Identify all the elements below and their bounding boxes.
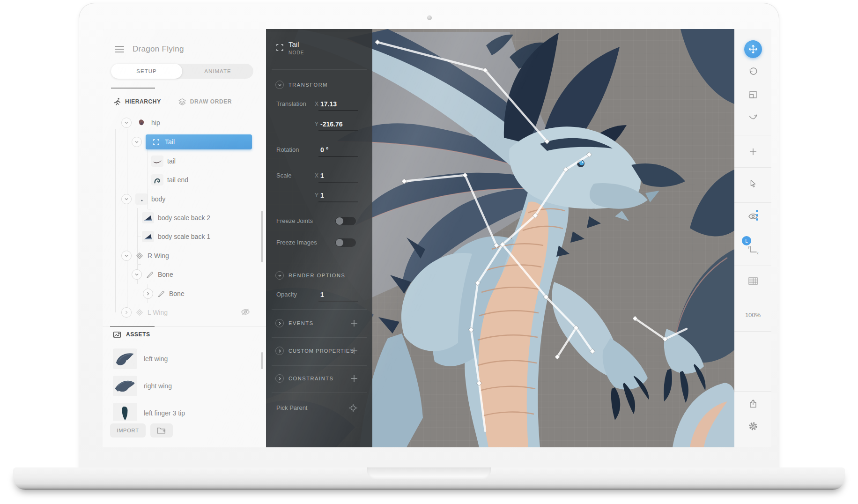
grid-button[interactable] bbox=[734, 275, 771, 287]
scale-y-input[interactable]: 1 bbox=[320, 190, 324, 201]
svg-text:x: x bbox=[757, 252, 759, 255]
left-wing-asset-thumbnail bbox=[113, 348, 137, 369]
tree-row-tail[interactable]: tail bbox=[103, 152, 266, 170]
divider bbox=[272, 337, 367, 338]
panel-tabs: HIERARCHY DRAW ORDER bbox=[113, 96, 232, 107]
assets-scrollbar[interactable] bbox=[261, 352, 263, 369]
export-share-button[interactable] bbox=[734, 398, 771, 409]
tail-end-thumbnail bbox=[151, 174, 163, 185]
body-thumbnail bbox=[135, 193, 148, 205]
local-axes-badge: L bbox=[742, 236, 751, 245]
tab-animate[interactable]: ANIMATE bbox=[182, 64, 253, 79]
laptop-base bbox=[13, 467, 845, 490]
pick-parent-target-icon[interactable] bbox=[348, 403, 358, 415]
tree-row-hip[interactable]: hip bbox=[103, 113, 266, 132]
render-options-section-header[interactable]: RENDER OPTIONS bbox=[275, 270, 345, 281]
hierarchy-scrollbar[interactable] bbox=[261, 211, 263, 262]
translation-y-row: Y -216.76 bbox=[276, 119, 359, 130]
scale-x-input[interactable]: 1 bbox=[320, 170, 324, 181]
tree-label: tail end bbox=[167, 176, 188, 184]
tree-row-body-scale-back-2[interactable]: body scale back 2 bbox=[103, 208, 266, 227]
import-button[interactable]: IMPORT bbox=[110, 423, 146, 437]
toolbar-divider bbox=[734, 167, 771, 168]
hip-thumbnail bbox=[135, 117, 148, 128]
visibility-off-icon[interactable] bbox=[240, 307, 251, 319]
add-custom-property-button[interactable] bbox=[350, 347, 353, 356]
chevron-down-icon[interactable] bbox=[121, 118, 132, 128]
zoom-level[interactable]: 100% bbox=[734, 309, 771, 320]
tree-row-r-wing[interactable]: R Wing bbox=[103, 246, 266, 265]
shear-tool-button[interactable] bbox=[734, 111, 771, 123]
scale-x-row: Scale X 1 bbox=[276, 170, 359, 181]
freeze-images-toggle[interactable] bbox=[335, 238, 356, 247]
chevron-down-icon bbox=[275, 271, 284, 280]
assets-header: ASSETS bbox=[113, 329, 150, 340]
tree-label: Tail bbox=[165, 138, 175, 146]
input-underline bbox=[318, 130, 358, 131]
pick-parent-row: Pick Parent bbox=[276, 402, 359, 414]
menu-icon[interactable] bbox=[115, 46, 124, 52]
toolbar-divider bbox=[734, 233, 771, 233]
tree-row-bone-2[interactable]: Bone bbox=[103, 284, 266, 303]
tree-row-tail-selected[interactable]: Tail bbox=[103, 133, 266, 151]
asset-row-right-wing[interactable]: right wing bbox=[113, 376, 263, 396]
tab-setup[interactable]: SETUP bbox=[111, 64, 182, 79]
chevron-down-icon[interactable] bbox=[121, 194, 132, 204]
translation-y-input[interactable]: -216.76 bbox=[320, 119, 342, 130]
scale-tool-button[interactable] bbox=[734, 89, 771, 100]
chevron-down-icon[interactable] bbox=[121, 251, 132, 261]
chevron-down-icon[interactable] bbox=[132, 269, 142, 280]
select-cursor-button[interactable] bbox=[734, 178, 771, 189]
add-tool-button[interactable] bbox=[734, 146, 771, 157]
project-title: Dragon Flying bbox=[133, 44, 184, 54]
axis-x-label: X bbox=[315, 98, 318, 110]
new-folder-button[interactable] bbox=[150, 423, 173, 437]
asset-row-left-wing[interactable]: left wing bbox=[113, 348, 263, 369]
tree-label: body scale back 2 bbox=[158, 214, 210, 222]
field-label: Freeze Images bbox=[276, 239, 317, 246]
opacity-input[interactable]: 1 bbox=[320, 289, 324, 300]
fin-thumbnail bbox=[142, 231, 154, 242]
tree-row-tail-end[interactable]: tail end bbox=[103, 170, 266, 189]
field-label: Pick Parent bbox=[276, 404, 307, 411]
local-axes-button[interactable]: y x L bbox=[734, 243, 771, 256]
tree-row-body-scale-back-1[interactable]: body scale back 1 bbox=[103, 227, 266, 246]
opacity-row: Opacity 1 bbox=[276, 289, 359, 300]
selected-row-highlight[interactable]: Tail bbox=[146, 134, 252, 149]
asset-label: left finger 3 tip bbox=[144, 409, 185, 417]
translation-x-input[interactable]: 17.13 bbox=[320, 98, 337, 110]
node-icon bbox=[276, 44, 283, 53]
tab-hierarchy[interactable]: HIERARCHY bbox=[113, 97, 161, 106]
toolbar-divider bbox=[734, 331, 771, 332]
tab-draw-order[interactable]: DRAW ORDER bbox=[178, 97, 232, 106]
tree-label: hip bbox=[151, 119, 160, 126]
visibility-button[interactable] bbox=[734, 211, 771, 222]
tree-row-l-wing[interactable]: L Wing bbox=[103, 303, 266, 322]
freeze-joints-toggle[interactable] bbox=[335, 217, 356, 225]
node-icon bbox=[152, 138, 160, 146]
tree-row-bone-1[interactable]: Bone bbox=[103, 265, 266, 284]
events-section-header[interactable]: EVENTS bbox=[275, 318, 359, 329]
rotation-input[interactable]: 0 ° bbox=[320, 144, 328, 156]
bone-icon bbox=[157, 289, 165, 298]
axis-x-label: X bbox=[315, 170, 318, 181]
undo-button[interactable] bbox=[734, 67, 771, 78]
transform-section-header[interactable]: TRANSFORM bbox=[275, 79, 328, 90]
divider-accent bbox=[110, 326, 155, 327]
add-event-button[interactable] bbox=[350, 319, 358, 329]
image-icon bbox=[113, 330, 121, 339]
chevron-right-icon[interactable] bbox=[121, 307, 132, 318]
freeze-images-row: Freeze Images bbox=[276, 237, 359, 248]
tree-row-body[interactable]: body bbox=[103, 190, 266, 208]
custom-properties-section-header[interactable]: CUSTOM PROPERTIES bbox=[275, 345, 354, 356]
visibility-options-dots[interactable] bbox=[756, 210, 758, 221]
constraints-section-header[interactable]: CONSTRAINTS bbox=[275, 373, 333, 384]
move-tool-button[interactable] bbox=[734, 40, 771, 58]
bone-icon bbox=[146, 270, 154, 279]
settings-gear-button[interactable] bbox=[734, 421, 771, 432]
chevron-right-icon bbox=[275, 347, 284, 355]
tree-label: body scale back 1 bbox=[158, 233, 210, 240]
chevron-right-icon[interactable] bbox=[143, 289, 153, 299]
chevron-down-icon[interactable] bbox=[132, 137, 142, 147]
rotation-row: Rotation 0 ° bbox=[276, 144, 359, 156]
